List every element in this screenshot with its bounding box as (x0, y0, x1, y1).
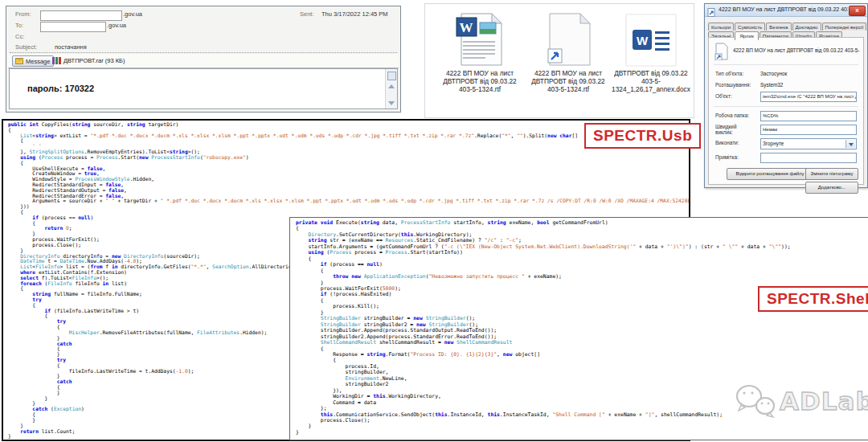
spectr-usb-label: SPECTR.Usb (584, 123, 701, 149)
dialog-title: 4222 ВП МОУ на лист ДВТПРОВТ від 09.03.2… (719, 6, 848, 12)
word-docx-document-icon: W (612, 10, 690, 67)
email-separator (10, 52, 397, 53)
comment-input[interactable] (760, 153, 857, 163)
hotkey-input[interactable]: Немає (760, 125, 857, 135)
to-label: To: (15, 22, 23, 29)
message-tab-label: Message (26, 58, 50, 65)
screenshot-stage: public int CopyFiles(string sourceDir, s… (0, 0, 868, 442)
subject-value: постачання (55, 43, 87, 51)
shortcut-file-icon (526, 10, 610, 67)
word-rtf-document-icon: W (438, 10, 522, 67)
svg-text:W: W (637, 34, 649, 47)
svg-text:W: W (460, 20, 473, 35)
to-domain: .gov.ua (107, 22, 126, 29)
target-label: Об'єкт: (715, 93, 759, 99)
wechat-icon (733, 381, 776, 421)
run-select-value: Згорнуте (763, 141, 784, 146)
email-cc-row: Cc: (6, 33, 400, 43)
open-file-location-button[interactable]: Відкрити розташування файлу (727, 168, 813, 180)
close-icon[interactable]: x (849, 6, 866, 16)
file-explorer-panel: W 4222 ВП МОУ на лист ДВТПРОВТ від 09.03… (424, 3, 694, 118)
location-label: Розташування: (715, 82, 759, 88)
dialog-tabs: КольориСумісністьБезпекаДокладноПопередн… (708, 18, 866, 37)
to-redacted-box[interactable] (40, 22, 106, 32)
change-icon-button[interactable]: Змінити піктограму (805, 168, 858, 180)
attachment-item[interactable]: ДВТПРОВТ.rar (93 КБ) (52, 55, 125, 65)
email-body-text: пароль: 170322 (27, 84, 94, 93)
attachment-name: ДВТПРОВТ.rar (93 КБ) (63, 57, 125, 64)
adlab-watermark-text: ADLab (780, 387, 868, 415)
shortcut-tab-page: 4222 ВП МОУ на лист ДВТПРОВТ від 09.03.2… (708, 37, 864, 185)
file-item-shortcut[interactable]: 4222 ВП МОУ на лист ДВТПРОВТ від 09.03.2… (526, 10, 610, 93)
file-item-docx[interactable]: W ДВТПРОВТ від 09.03.22 403-5-1324_1,26,… (612, 10, 690, 93)
target-input[interactable]: tem32\cmd.exe /C "4222 ВП МОУ на лист ДВ… (760, 92, 857, 102)
scroll-down-icon[interactable] (388, 101, 395, 105)
working-folder-label: Робоча папка: (715, 113, 759, 118)
hotkey-label: Швидкий виклик: (715, 124, 754, 135)
shortcut-properties-dialog: 4222 ВП МОУ на лист ДВТПРОВТ від 09.03.2… (704, 3, 868, 188)
shortcut-page-icon (714, 43, 729, 63)
message-tab[interactable]: Message (12, 55, 54, 67)
spectr-shell-label: SPECTR.Shell (758, 286, 868, 312)
from-redacted-box[interactable] (40, 10, 122, 21)
scroll-up-icon[interactable] (388, 84, 395, 88)
email-window: From: .gov.ua Sent: Thu 3/17/2022 12:45 … (6, 6, 401, 113)
file-name: 4222 ВП МОУ на лист ДВТПРОВТ від 09.03.2… (438, 69, 522, 93)
message-icon (15, 58, 23, 64)
dialog-title-bar[interactable]: 4222 ВП МОУ на лист ДВТПРОВТ від 09.03.2… (705, 4, 867, 17)
sent-value: Thu 3/17/2022 12:45 PM (321, 10, 388, 18)
from-label: From: (15, 10, 31, 18)
email-from-row: From: .gov.ua Sent: Thu 3/17/2022 12:45 … (6, 10, 400, 20)
email-attachment-bar: Message ДВТПРОВТ.rar (93 КБ) (8, 54, 399, 68)
file-name: ДВТПРОВТ від 09.03.22 403-5-1324_1,26,17… (612, 69, 690, 93)
shortcut-target-name: 4222 ВП МОУ на лист ДВТПРОВТ від 09.03.2… (733, 47, 860, 53)
run-label: Виконати: (715, 140, 759, 145)
email-scrollbar[interactable] (385, 69, 397, 108)
subject-label: Subject: (15, 43, 37, 51)
object-type-value: Застосунок (760, 71, 787, 76)
adlab-watermark: ADLab (733, 381, 868, 421)
email-body: пароль: 170322 (9, 68, 398, 109)
chevron-down-icon[interactable] (845, 140, 855, 148)
from-domain: .gov.ua (123, 10, 142, 18)
object-type-label: Тип об'єкта: (715, 71, 759, 76)
file-name: 4222 ВП МОУ на лист ДВТПРОВТ від 09.03.2… (526, 69, 610, 93)
reading-pane-icon[interactable] (387, 72, 396, 80)
email-to-row: To: .gov.ua (6, 22, 400, 31)
rar-archive-icon (52, 57, 61, 64)
location-value: System32 (760, 82, 783, 88)
cc-label: Cc: (15, 33, 24, 40)
working-folder-input[interactable]: %CD% (760, 111, 857, 121)
comment-label: Примітка: (715, 154, 759, 160)
file-item-rtf-doc[interactable]: W 4222 ВП МОУ на лист ДВТПРОВТ від 09.03… (438, 10, 522, 93)
tab-shortcut[interactable]: Ярлик (735, 31, 758, 40)
sent-label: Sent: (300, 10, 314, 18)
advanced-button[interactable]: Додатково... (805, 182, 858, 194)
run-select[interactable]: Згорнуте (760, 138, 857, 149)
